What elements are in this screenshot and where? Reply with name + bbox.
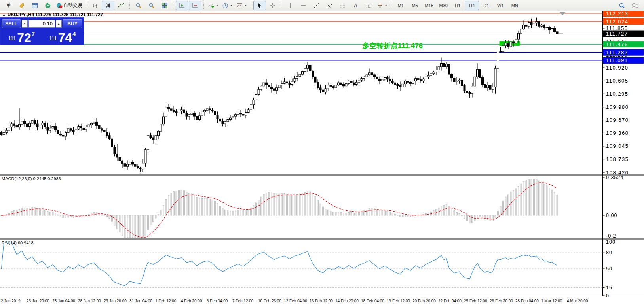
templates-button[interactable]: ▼ bbox=[235, 1, 249, 10]
candlestick-chart-button[interactable] bbox=[102, 1, 114, 10]
arrows-button[interactable]: ▼ bbox=[375, 1, 389, 10]
toolbar-separator bbox=[86, 2, 87, 9]
search-icon[interactable] bbox=[616, 1, 629, 10]
volume-input[interactable] bbox=[28, 20, 55, 28]
time-axis-label: 1 Feb 12:00 bbox=[155, 299, 177, 303]
expand-triangle-icon[interactable]: ▲ bbox=[2, 13, 6, 17]
tab-timeframe-w1[interactable]: W1 bbox=[494, 1, 507, 10]
time-axis-label: 4 Feb 20:00 bbox=[181, 299, 202, 303]
sell-price-main: 72 bbox=[17, 32, 31, 43]
price-tick-label: 109.980 bbox=[606, 104, 629, 110]
sell-price-handle: 111 bbox=[8, 35, 16, 41]
zoom-in-button[interactable] bbox=[132, 1, 145, 10]
tab-timeframe-m1[interactable]: M1 bbox=[394, 1, 408, 10]
rsi-value: 60.9418 bbox=[18, 240, 34, 245]
vertical-line-button[interactable] bbox=[284, 1, 296, 10]
time-axis-label: 18 Feb 04:00 bbox=[361, 299, 384, 303]
chart-shift-marker[interactable] bbox=[560, 12, 565, 15]
chevron-down-icon: ▼ bbox=[230, 4, 233, 7]
macd-name: MACD(12,26,9) bbox=[2, 176, 32, 181]
new-order-icon[interactable] bbox=[15, 1, 28, 10]
time-axis-label: 1 Mar 12:00 bbox=[541, 299, 562, 303]
tab-timeframe-mn[interactable]: MN bbox=[508, 1, 522, 10]
rsi-axis-label: 100 bbox=[606, 239, 616, 245]
time-axis-label: 6 Feb 04:00 bbox=[207, 299, 228, 303]
chevron-down-icon: ▼ bbox=[216, 4, 218, 7]
tab-timeframe-h4[interactable]: H4 bbox=[465, 1, 479, 10]
toolbar-separator bbox=[173, 2, 174, 9]
tab-timeframe-m15[interactable]: M15 bbox=[422, 1, 436, 10]
new-order-button-partial[interactable]: 单 bbox=[2, 1, 15, 10]
toolbar-separator bbox=[391, 2, 392, 9]
time-axis-label: 7 Feb 12:00 bbox=[232, 299, 254, 303]
macd-indicator-label: MACD(12,26,9) 0.2445 0.2986 bbox=[2, 176, 61, 181]
auto-scroll-button[interactable] bbox=[176, 1, 188, 10]
time-axis-label: 29 Jan 20:00 bbox=[104, 299, 127, 303]
time-axis-label: 25 Feb 12:00 bbox=[464, 299, 487, 303]
time-axis-label: 23 Jan 20:00 bbox=[27, 299, 49, 303]
tab-timeframe-m5[interactable]: M5 bbox=[408, 1, 422, 10]
equidistant-channel-button[interactable]: E bbox=[323, 1, 336, 10]
fibonacci-button[interactable]: F bbox=[336, 1, 349, 10]
price-line-label: 112.024 bbox=[606, 19, 629, 25]
periods-button[interactable]: ▼ bbox=[220, 1, 234, 10]
chevron-down-icon: ▼ bbox=[244, 4, 247, 7]
tab-timeframe-m30[interactable]: M30 bbox=[437, 1, 450, 10]
svg-text:F: F bbox=[343, 6, 345, 9]
bar-chart-button[interactable] bbox=[89, 1, 101, 10]
buy-price[interactable]: 111744 bbox=[43, 29, 83, 43]
toolbar-separator bbox=[129, 2, 130, 9]
macd-signal-value: 0.2986 bbox=[47, 176, 61, 181]
macd-histogram bbox=[1, 179, 558, 238]
time-axis-label: 26 Feb 20:00 bbox=[490, 299, 513, 303]
rsi-line bbox=[2, 242, 557, 286]
rsi-indicator-label: RSI(14) 60.9418 bbox=[2, 240, 34, 245]
chart-canvas[interactable]: 112.165111.855111.545111.230110.920110.6… bbox=[0, 0, 644, 306]
macd-axis-label: 0.00 bbox=[606, 213, 617, 218]
macd-axis-label: 0.3524 bbox=[606, 175, 623, 180]
time-axis-label: 20 Feb 20:00 bbox=[412, 299, 436, 303]
trendline-button[interactable] bbox=[310, 1, 323, 10]
text-label-button[interactable]: T bbox=[362, 1, 375, 10]
zoom-out-button[interactable] bbox=[145, 1, 158, 10]
time-axis-label: 25 Jan 04:00 bbox=[52, 299, 75, 303]
chat-icon[interactable] bbox=[629, 1, 642, 10]
toolbar-separator bbox=[281, 2, 282, 9]
buy-price-pip: 4 bbox=[72, 30, 76, 37]
crosshair-button[interactable] bbox=[266, 1, 279, 10]
line-chart-button[interactable] bbox=[115, 1, 127, 10]
volume-decrease-button[interactable]: ▼ bbox=[22, 20, 28, 28]
radar-signal-icon[interactable] bbox=[42, 1, 54, 10]
price-line-label: 111.282 bbox=[606, 49, 628, 55]
volume-increase-button[interactable]: ▲ bbox=[56, 20, 62, 28]
pivot-annotation-text[interactable]: 多空转折点111.476 bbox=[362, 41, 423, 51]
sell-price[interactable]: 111727 bbox=[2, 29, 42, 43]
price-tick-label: 110.920 bbox=[606, 65, 629, 71]
rsi-axis-label: 80 bbox=[606, 250, 612, 255]
cursor-button[interactable] bbox=[253, 1, 266, 10]
tab-timeframe-d1[interactable]: D1 bbox=[479, 1, 493, 10]
time-axis-label: 14 Feb 20:00 bbox=[335, 299, 359, 303]
chart-title-text: USDJPY-,H4 111.725 111.728 111.721 111.7… bbox=[8, 12, 103, 17]
sell-button[interactable]: SELL bbox=[2, 19, 21, 28]
horizontal-line-button[interactable] bbox=[297, 1, 310, 10]
time-axis-label: 22 Feb 04:00 bbox=[438, 299, 462, 303]
time-axis-label: 12 Feb 04:00 bbox=[284, 299, 307, 303]
svg-text:A: A bbox=[354, 3, 357, 8]
time-axis-label: 2 Jan 2019 bbox=[1, 299, 21, 303]
buy-price-main: 74 bbox=[58, 32, 72, 43]
tile-windows-button[interactable] bbox=[158, 1, 171, 10]
tab-timeframe-h1[interactable]: H1 bbox=[451, 1, 465, 10]
new-chart-window-icon[interactable] bbox=[28, 1, 41, 10]
time-axis-label: 4 Mar 20:00 bbox=[567, 299, 588, 303]
buy-button[interactable]: BUY bbox=[63, 19, 82, 28]
text-button[interactable]: A bbox=[349, 1, 362, 10]
sell-price-pip: 7 bbox=[32, 30, 35, 37]
chart-shift-button[interactable] bbox=[189, 1, 201, 10]
indicators-button[interactable]: ▼ bbox=[206, 1, 220, 10]
chevron-down-icon: ▼ bbox=[385, 4, 388, 7]
price-tick-label: 110.295 bbox=[606, 91, 629, 97]
macd-main-value: 0.2445 bbox=[33, 176, 46, 181]
autotrading-button[interactable]: 自动交易 bbox=[55, 1, 84, 10]
time-axis-label: 19 Feb 12:00 bbox=[387, 299, 410, 303]
